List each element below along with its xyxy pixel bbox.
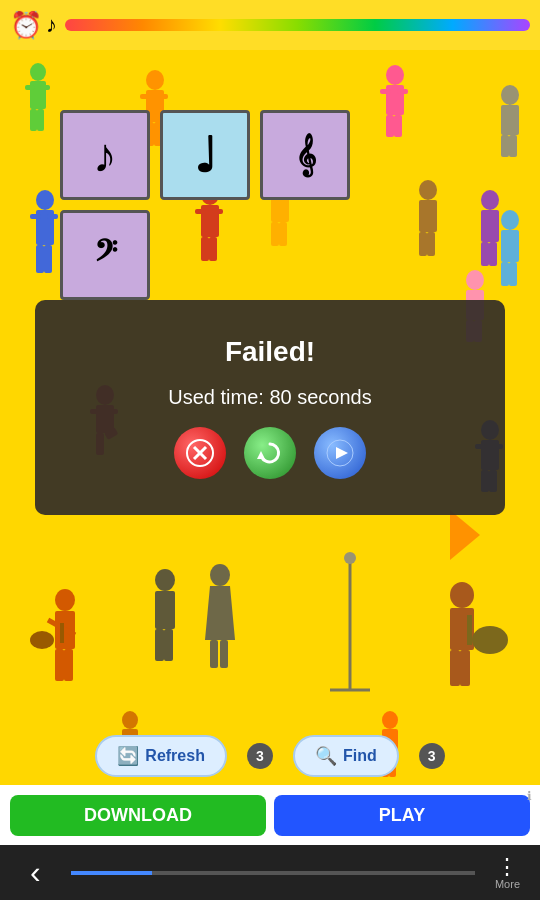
svg-rect-41 [481, 210, 499, 242]
svg-rect-60 [64, 649, 73, 681]
svg-point-75 [472, 626, 508, 654]
svg-marker-88 [450, 510, 480, 560]
svg-rect-64 [155, 591, 175, 629]
ad-bar: ℹ DOWNLOAD PLAY [0, 785, 540, 845]
back-button[interactable]: ‹ [20, 849, 51, 896]
find-badge: 3 [419, 743, 445, 769]
svg-rect-3 [40, 85, 50, 90]
svg-rect-49 [501, 230, 519, 262]
svg-rect-23 [394, 115, 402, 137]
svg-rect-30 [30, 214, 41, 219]
next-button[interactable] [314, 427, 366, 479]
nav-bar: ‹ ⋮ More [0, 845, 540, 900]
refresh-badge: 3 [247, 743, 273, 769]
svg-rect-20 [380, 89, 391, 94]
svg-rect-43 [489, 242, 497, 266]
svg-point-24 [501, 85, 519, 105]
cancel-button[interactable] [174, 427, 226, 479]
note-card-2[interactable]: ♩ [160, 110, 250, 200]
note-card-3[interactable]: 𝄞 [260, 110, 350, 200]
svg-rect-50 [501, 262, 509, 286]
svg-rect-4 [30, 109, 37, 131]
svg-rect-69 [210, 640, 218, 668]
svg-rect-5 [37, 109, 44, 131]
svg-point-6 [146, 70, 164, 90]
svg-rect-29 [36, 210, 54, 245]
more-button[interactable]: ⋮ More [495, 856, 520, 890]
svg-point-48 [501, 210, 519, 230]
svg-rect-22 [386, 115, 394, 137]
svg-point-40 [481, 190, 499, 210]
note-card-1[interactable]: ♪ [60, 110, 150, 200]
svg-rect-27 [509, 135, 517, 157]
modal-title: Failed! [225, 336, 315, 368]
svg-rect-66 [164, 629, 173, 661]
svg-point-28 [36, 190, 54, 210]
svg-point-52 [466, 270, 484, 290]
refresh-icon: 🔄 [117, 745, 139, 767]
ad-download-button[interactable]: DOWNLOAD [10, 795, 266, 836]
svg-point-67 [210, 564, 230, 586]
svg-rect-57 [55, 611, 75, 649]
ad-info-icon: ℹ [527, 789, 532, 803]
svg-rect-47 [427, 232, 435, 256]
modal-refresh-button[interactable] [244, 427, 296, 479]
svg-rect-72 [450, 608, 474, 650]
svg-rect-74 [460, 650, 470, 686]
find-button[interactable]: 🔍 Find [293, 735, 399, 777]
svg-line-58 [48, 620, 75, 635]
top-bar: ⏰ ♪ [0, 0, 540, 50]
bottom-toolbar: 🔄 Refresh 3 🔍 Find 3 [0, 727, 540, 785]
svg-rect-70 [220, 640, 228, 668]
modal-subtitle: Used time: 80 seconds [168, 386, 371, 409]
svg-rect-65 [155, 629, 164, 661]
svg-rect-9 [157, 94, 168, 99]
svg-point-61 [30, 631, 54, 649]
svg-marker-106 [336, 447, 348, 459]
cards-area: ♪ ♩ 𝄞 𝄢 [60, 110, 380, 300]
svg-rect-26 [501, 135, 509, 157]
svg-rect-51 [509, 262, 517, 286]
svg-marker-68 [205, 586, 235, 640]
modal-buttons [174, 427, 366, 479]
svg-marker-104 [257, 451, 265, 459]
svg-point-63 [155, 569, 175, 591]
svg-rect-31 [47, 214, 58, 219]
find-label: Find [343, 747, 377, 765]
refresh-label: Refresh [145, 747, 205, 765]
svg-rect-33 [44, 245, 52, 273]
svg-rect-2 [25, 85, 35, 90]
top-progress-bar [65, 19, 530, 31]
refresh-button[interactable]: 🔄 Refresh [95, 735, 227, 777]
svg-rect-62 [60, 623, 64, 643]
svg-point-0 [30, 63, 46, 81]
svg-rect-8 [140, 94, 151, 99]
nav-progress-fill [71, 871, 152, 875]
svg-rect-1 [30, 81, 46, 109]
svg-point-56 [55, 589, 75, 611]
svg-rect-21 [397, 89, 408, 94]
svg-rect-25 [501, 105, 519, 135]
svg-rect-32 [36, 245, 44, 273]
svg-rect-76 [467, 615, 472, 645]
more-label: More [495, 878, 520, 890]
find-icon: 🔍 [315, 745, 337, 767]
ad-play-button[interactable]: PLAY [274, 795, 530, 836]
svg-rect-46 [419, 232, 427, 256]
svg-rect-45 [419, 200, 437, 232]
svg-rect-73 [450, 650, 460, 686]
svg-point-18 [386, 65, 404, 85]
note-card-4[interactable]: 𝄢 [60, 210, 150, 300]
svg-point-71 [450, 582, 474, 608]
svg-point-79 [344, 552, 356, 564]
failed-modal: Failed! Used time: 80 seconds [35, 300, 505, 515]
svg-rect-42 [481, 242, 489, 266]
music-icon: ♪ [46, 12, 57, 38]
nav-progress-bar [71, 871, 475, 875]
svg-rect-59 [55, 649, 64, 681]
svg-point-44 [419, 180, 437, 200]
svg-rect-19 [386, 85, 404, 115]
clock-icon: ⏰ [10, 10, 42, 41]
